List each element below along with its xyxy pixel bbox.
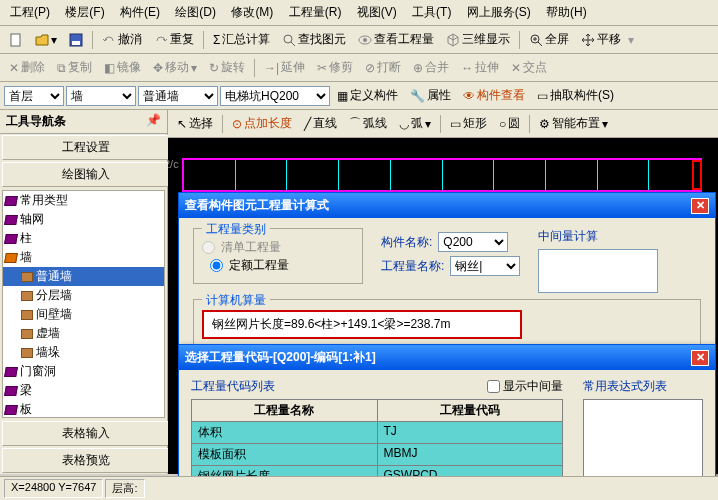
tree-item[interactable]: 虚墙 <box>3 324 164 343</box>
tree-item[interactable]: 常用类型 <box>3 191 164 210</box>
smartlayout-button[interactable]: ⚙ 智能布置▾ <box>534 112 613 135</box>
sidebar-btn-draw[interactable]: 绘图输入 <box>2 162 169 187</box>
tree-item[interactable]: 墙垛 <box>3 343 164 362</box>
menu-quantity[interactable]: 工程量(R) <box>283 2 348 23</box>
select-button[interactable]: ↖ 选择 <box>172 112 218 135</box>
tree-item-label: 分层墙 <box>36 287 72 304</box>
category-combo[interactable]: 墙 <box>66 86 136 106</box>
wall-element[interactable] <box>182 158 702 192</box>
arcline-button[interactable]: ⌒ 弧线 <box>344 112 392 135</box>
intermediate-box[interactable] <box>538 249 658 293</box>
canvas-toolbar: ↖ 选择 ⊙ 点加长度 ╱ 直线 ⌒ 弧线 ◡ 弧▾ ▭ 矩形 ○ 圆 ⚙ 智能… <box>168 110 718 138</box>
svg-rect-2 <box>72 41 80 45</box>
compname-label: 构件名称: <box>381 234 432 251</box>
book-icon <box>4 215 18 225</box>
menu-view[interactable]: 视图(V) <box>351 2 403 23</box>
codelist-label: 工程量代码列表 <box>191 378 275 395</box>
mirror-button[interactable]: ◧ 镜像 <box>99 56 146 79</box>
book-icon <box>4 367 18 377</box>
tree-item[interactable]: 梁 <box>3 381 164 400</box>
pickcomp-button[interactable]: ▭ 抽取构件(S) <box>532 84 619 107</box>
merge-button[interactable]: ⊕ 合并 <box>408 56 454 79</box>
wall-icon <box>21 348 33 358</box>
delete-button[interactable]: ✕ 删除 <box>4 56 50 79</box>
arc-button[interactable]: ◡ 弧▾ <box>394 112 436 135</box>
addlen-button[interactable]: ⊙ 点加长度 <box>227 112 297 135</box>
menu-component[interactable]: 构件(E) <box>114 2 166 23</box>
close-icon[interactable]: ✕ <box>691 350 709 366</box>
attr-button[interactable]: 🔧 属性 <box>405 84 456 107</box>
line-button[interactable]: ╱ 直线 <box>299 112 342 135</box>
qtyname-combo[interactable]: 钢丝| <box>450 256 520 276</box>
sidebar-btn-preview[interactable]: 表格预览 <box>2 448 169 473</box>
trim-button[interactable]: ✂ 修剪 <box>312 56 358 79</box>
extend-button[interactable]: →| 延伸 <box>259 56 310 79</box>
code-dialog-title[interactable]: 选择工程量代码-[Q200]-编码[1:补1] ✕ <box>179 345 715 370</box>
rotate-button[interactable]: ↻ 旋转 <box>204 56 250 79</box>
tree-item-label: 柱 <box>20 230 32 247</box>
showmid-checkbox[interactable]: 显示中间量 <box>487 378 563 395</box>
fullscreen-button[interactable]: 全屏 <box>524 28 574 51</box>
separator <box>519 31 520 49</box>
viewcomp-button[interactable]: 👁 构件查看 <box>458 84 530 107</box>
book-icon <box>4 234 18 244</box>
tree-item-label: 板 <box>20 401 32 418</box>
menu-draw[interactable]: 绘图(D) <box>169 2 222 23</box>
findelem-button[interactable]: 查找图元 <box>277 28 351 51</box>
table-row[interactable]: 体积TJ <box>191 422 563 444</box>
tree-item[interactable]: 柱 <box>3 229 164 248</box>
calc-dialog: 查看构件图元工程量计算式 ✕ 工程量类别 清单工程量 定额工程量 构件名称: Q… <box>178 192 716 367</box>
pan-button[interactable]: 平移 <box>576 28 626 51</box>
move-button[interactable]: ✥ 移动▾ <box>148 56 202 79</box>
copy-button[interactable]: ⧉ 复制 <box>52 56 97 79</box>
save-button[interactable] <box>64 30 88 50</box>
table-header: 工程量名称 工程量代码 <box>191 399 563 422</box>
calc-dialog-title[interactable]: 查看构件图元工程量计算式 ✕ <box>179 193 715 218</box>
sidebar-btn-table[interactable]: 表格输入 <box>2 421 169 446</box>
defcomp-button[interactable]: ▦ 定义构件 <box>332 84 403 107</box>
menu-tools[interactable]: 工具(T) <box>406 2 457 23</box>
new-icon <box>9 33 23 47</box>
menu-help[interactable]: 帮助(H) <box>540 2 593 23</box>
expr-listbox[interactable] <box>583 399 703 487</box>
component-combo[interactable]: 电梯坑HQ200 <box>220 86 330 106</box>
statusbar: X=24800 Y=7647 层高: <box>0 476 718 500</box>
tree-item[interactable]: 分层墙 <box>3 286 164 305</box>
radio-quota[interactable]: 定额工程量 <box>210 257 289 274</box>
radio-list[interactable]: 清单工程量 <box>202 239 281 256</box>
compname-combo[interactable]: Q200 <box>438 232 508 252</box>
pin-icon[interactable]: 📌 <box>146 113 161 130</box>
menu-project[interactable]: 工程(P) <box>4 2 56 23</box>
undo-button[interactable]: 撤消 <box>97 28 147 51</box>
open-button[interactable]: ▾ <box>30 30 62 50</box>
tree-item[interactable]: 轴网 <box>3 210 164 229</box>
break-button[interactable]: ⊘ 打断 <box>360 56 406 79</box>
menu-floor[interactable]: 楼层(F) <box>59 2 110 23</box>
close-icon[interactable]: ✕ <box>691 198 709 214</box>
tree-item[interactable]: 板 <box>3 400 164 418</box>
new-button[interactable] <box>4 30 28 50</box>
threed-button[interactable]: 三维显示 <box>441 28 515 51</box>
intersect-button[interactable]: ✕ 交点 <box>506 56 552 79</box>
rect-button[interactable]: ▭ 矩形 <box>445 112 492 135</box>
circle-button[interactable]: ○ 圆 <box>494 112 525 135</box>
tree-item-label: 常用类型 <box>20 192 68 209</box>
sidebar-btn-settings[interactable]: 工程设置 <box>2 135 169 160</box>
sidebar: 工具导航条 📌 工程设置 绘图输入 常用类型轴网柱墙普通墙分层墙间壁墙虚墙墙垛门… <box>0 110 168 474</box>
tree-item[interactable]: 普通墙 <box>3 267 164 286</box>
sumcalc-button[interactable]: Σ 汇总计算 <box>208 28 275 51</box>
tree-item[interactable]: 间壁墙 <box>3 305 164 324</box>
viewqty-button[interactable]: 查看工程量 <box>353 28 439 51</box>
floor-combo[interactable]: 首层 <box>4 86 64 106</box>
tree-item[interactable]: 墙 <box>3 248 164 267</box>
menu-modify[interactable]: 修改(M) <box>225 2 279 23</box>
menu-online[interactable]: 网上服务(S) <box>461 2 537 23</box>
pan-icon <box>581 33 595 47</box>
table-row[interactable]: 模板面积MBMJ <box>191 444 563 466</box>
type-combo[interactable]: 普通墙 <box>138 86 218 106</box>
component-tree[interactable]: 常用类型轴网柱墙普通墙分层墙间壁墙虚墙墙垛门窗洞梁板楼梯装修其它构件 <box>2 190 165 418</box>
redo-button[interactable]: 重复 <box>149 28 199 51</box>
stretch-button[interactable]: ↔ 拉伸 <box>456 56 504 79</box>
tree-item[interactable]: 门窗洞 <box>3 362 164 381</box>
wall-icon <box>21 291 33 301</box>
